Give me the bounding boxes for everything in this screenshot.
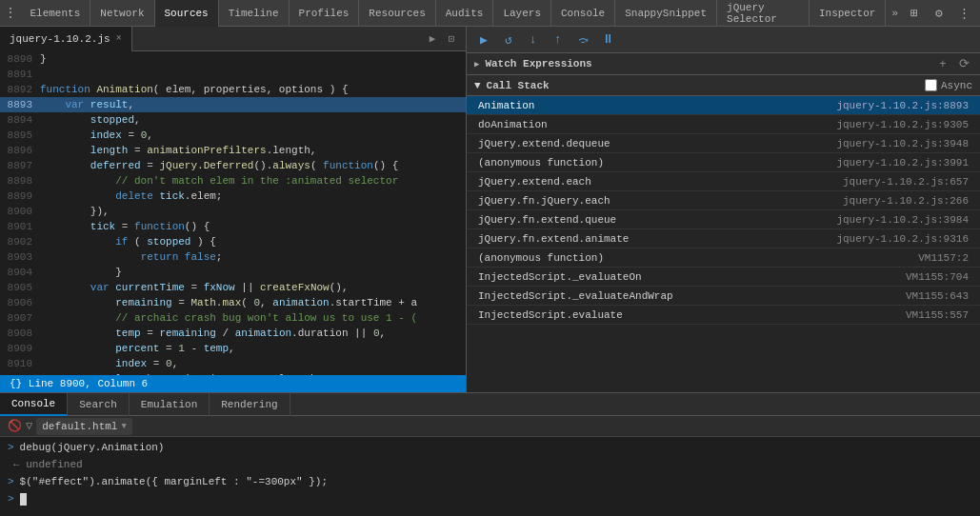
file-tab[interactable]: jquery-1.10.2.js ×: [0, 27, 132, 51]
watch-expressions-title: Watch Expressions: [485, 58, 591, 69]
tab-resources[interactable]: Resources: [359, 0, 435, 27]
pause-icon[interactable]: ▶: [424, 30, 441, 48]
console-cursor: [20, 493, 27, 506]
tab-jquery-selector[interactable]: jQuery Selector: [717, 0, 810, 27]
callstack-item-11[interactable]: InjectedScript.evaluate VM1155:557: [467, 306, 980, 325]
console-content: > debug(jQuery.Animation) ← undefined > …: [0, 437, 980, 516]
deactivate-button[interactable]: ⤼: [573, 30, 592, 50]
tab-elements[interactable]: Elements: [20, 0, 90, 27]
code-line: 8895 index = 0,: [0, 128, 466, 143]
step-over-button[interactable]: ↺: [499, 30, 518, 50]
code-line: 8906 remaining = Math.max( 0, animation.…: [0, 295, 466, 310]
file-tab-name: jquery-1.10.2.js: [10, 33, 110, 45]
call-stack-section: ▼ Call Stack Async Animation jquery-1.10…: [467, 75, 980, 392]
callstack-item-0[interactable]: Animation jquery-1.10.2.js:8893: [467, 96, 980, 115]
async-label: Async: [941, 80, 972, 91]
call-stack-title: Call Stack: [487, 80, 550, 91]
nav-left-icon[interactable]: ⋮: [0, 0, 20, 27]
top-nav: ⋮ Elements Network Sources Timeline Prof…: [0, 0, 980, 27]
callstack-item-3[interactable]: (anonymous function) jquery-1.10.2.js:39…: [467, 153, 980, 172]
code-line: 8909 percent = 1 - temp,: [0, 341, 466, 356]
code-content: 8890 } 8891 8892 function Animation( ele…: [0, 51, 466, 375]
tab-search-bottom[interactable]: Search: [68, 393, 130, 416]
console-prompt-0: >: [8, 439, 14, 456]
tab-layers[interactable]: Layers: [493, 0, 551, 27]
tab-network[interactable]: Network: [90, 0, 154, 27]
tab-audits[interactable]: Audits: [436, 0, 494, 27]
debug-toolbar: ▶ ↺ ↓ ↑ ⤼ ⏸: [467, 27, 980, 53]
code-line: 8903 return false;: [0, 249, 466, 265]
code-toolbar: jquery-1.10.2.js × ▶ ⊡: [0, 27, 466, 51]
code-line: 8890 }: [0, 51, 466, 67]
tab-emulation-bottom[interactable]: Emulation: [130, 393, 210, 416]
tab-inspector[interactable]: Inspector: [810, 0, 886, 27]
tab-snappy[interactable]: SnappySnippet: [615, 0, 717, 27]
callstack-item-8[interactable]: (anonymous function) VM1157:2: [467, 248, 980, 268]
console-output-0: debug(jQuery.Animation): [20, 439, 165, 456]
dock-icon[interactable]: ⊞: [904, 3, 925, 24]
filter-icon[interactable]: ▽: [26, 419, 32, 433]
code-line: 8902 if ( stopped ) {: [0, 234, 466, 249]
overflow-icon[interactable]: ⋮: [953, 3, 974, 24]
watch-arrow-icon: ▶: [474, 59, 479, 69]
call-stack-header[interactable]: ▼ Call Stack Async: [467, 75, 980, 96]
editor-toolbar-icons: ▶ ⊡: [424, 30, 466, 48]
add-watch-button[interactable]: +: [934, 55, 951, 72]
callstack-item-4[interactable]: jQuery.extend.each jquery-1.10.2.js:657: [467, 172, 980, 191]
resume-button[interactable]: ▶: [474, 30, 493, 50]
code-line: 8897 deferred = jQuery.Deferred().always…: [0, 158, 466, 173]
step-out-button[interactable]: ↑: [549, 30, 568, 50]
console-file-name: default.html: [42, 421, 117, 432]
code-line: 8891: [0, 67, 466, 82]
main-area: jquery-1.10.2.js × ▶ ⊡ 8890 } 8891 8892 …: [0, 27, 980, 392]
settings-icon[interactable]: ⚙: [929, 3, 950, 24]
watch-expressions-section: ▶ Watch Expressions + ⟳: [467, 53, 980, 75]
code-line: 8898 // don't match elem in the :animate…: [0, 173, 466, 189]
refresh-watch-button[interactable]: ⟳: [955, 55, 972, 72]
code-line: 8910 index = 0,: [0, 356, 466, 371]
callstack-item-7[interactable]: jQuery.fn.extend.animate jquery-1.10.2.j…: [467, 229, 980, 248]
bottom-panel: Console Search Emulation Rendering 🚫 ▽ d…: [0, 392, 980, 516]
async-check-input[interactable]: [925, 79, 937, 91]
callstack-item-1[interactable]: doAnimation jquery-1.10.2.js:9305: [467, 115, 980, 134]
console-line-1: ← undefined: [8, 456, 972, 473]
console-input-prompt: >: [8, 493, 14, 505]
tab-rendering-bottom[interactable]: Rendering: [210, 393, 290, 416]
console-output-2: $("#effect").animate({ marginLeft : "-=3…: [20, 473, 328, 490]
callstack-item-2[interactable]: jQuery.extend.dequeue jquery-1.10.2.js:3…: [467, 134, 980, 153]
step-into-button[interactable]: ↓: [524, 30, 543, 50]
cursor-position: {} Line 8900, Column 6: [10, 378, 148, 389]
callstack-item-5[interactable]: jQuery.fn.jQuery.each jquery-1.10.2.js:2…: [467, 191, 980, 210]
console-input-line: >: [8, 490, 972, 507]
file-close-button[interactable]: ×: [116, 33, 122, 44]
callstack-item-9[interactable]: InjectedScript._evaluateOn VM1155:704: [467, 268, 980, 287]
callstack-arrow-icon: ▼: [474, 80, 481, 91]
async-checkbox[interactable]: Async: [925, 79, 972, 91]
code-line-highlighted: 8893 var result,: [0, 97, 466, 112]
code-line: 8900 }),: [0, 204, 466, 219]
console-file-select[interactable]: default.html ▼: [36, 418, 132, 435]
console-toolbar: 🚫 ▽ default.html ▼: [0, 416, 980, 437]
clear-console-icon[interactable]: 🚫: [8, 419, 22, 433]
tab-console-bottom[interactable]: Console: [0, 393, 68, 416]
console-dropdown-icon: ▼: [121, 422, 126, 431]
code-line: 8908 temp = remaining / animation.durati…: [0, 326, 466, 341]
nav-more-tabs[interactable]: »: [886, 8, 904, 19]
expand-icon[interactable]: ⊡: [443, 30, 460, 48]
tab-console[interactable]: Console: [551, 0, 615, 27]
callstack-item-6[interactable]: jQuery.fn.extend.queue jquery-1.10.2.js:…: [467, 210, 980, 229]
console-line-0: > debug(jQuery.Animation): [8, 439, 972, 456]
code-line: 8904 }: [0, 265, 466, 280]
pause-button[interactable]: ⏸: [598, 30, 617, 50]
tab-profiles[interactable]: Profiles: [290, 0, 360, 27]
nav-right-tools: ⊞ ⚙ ⋮: [904, 3, 980, 24]
right-panel: ▶ ↺ ↓ ↑ ⤼ ⏸ ▶ Watch Expressions + ⟳ ▼ Ca…: [467, 27, 980, 392]
tab-sources[interactable]: Sources: [155, 0, 219, 27]
tab-timeline[interactable]: Timeline: [219, 0, 290, 27]
callstack-item-10[interactable]: InjectedScript._evaluateAndWrap VM1155:6…: [467, 287, 980, 306]
console-tabs: Console Search Emulation Rendering: [0, 393, 980, 416]
console-line-2: > $("#effect").animate({ marginLeft : "-…: [8, 473, 972, 490]
code-status-bar: {} Line 8900, Column 6: [0, 375, 466, 392]
code-line: 8901 tick = function() {: [0, 219, 466, 234]
watch-expressions-header[interactable]: ▶ Watch Expressions + ⟳: [467, 53, 980, 74]
